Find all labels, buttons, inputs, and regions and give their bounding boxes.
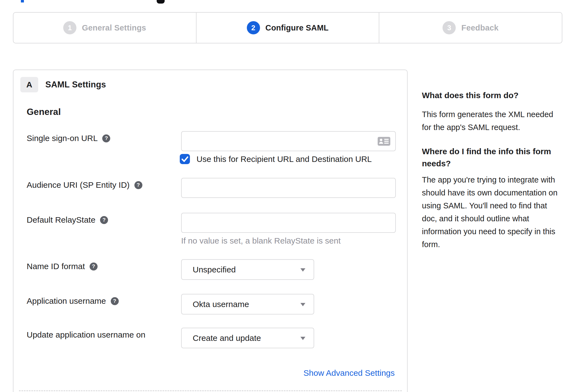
field-label-text: Default RelayState	[27, 215, 95, 225]
help-icon[interactable]: ?	[134, 181, 142, 189]
audience-uri-input[interactable]	[181, 178, 396, 198]
field-label: Audience URI (SP Entity ID) ?	[27, 180, 142, 190]
sidebar-heading-where: Where do I find the info this form needs…	[422, 145, 561, 170]
section-badge: A	[20, 77, 38, 92]
step-number-badge: 1	[63, 21, 76, 34]
step-configure-saml[interactable]: 2 Configure SAML	[196, 13, 379, 43]
field-label: Single sign-on URL ?	[27, 134, 110, 143]
chevron-down-icon	[300, 268, 305, 271]
sidebar-heading-what: What does this form do?	[422, 89, 561, 101]
general-section-heading: General	[27, 107, 61, 117]
checkbox-label: Use this for Recipient URL and Destinati…	[197, 154, 372, 164]
field-control: Create and update	[181, 328, 314, 348]
help-sidebar: What does this form do? This form genera…	[422, 89, 561, 251]
field-control: If no value is set, a blank RelayState i…	[181, 213, 396, 245]
name-id-format-select[interactable]: Unspecified	[181, 259, 314, 280]
relaystate-hint: If no value is set, a blank RelayState i…	[181, 236, 396, 245]
step-label: Configure SAML	[266, 23, 329, 32]
field-control	[181, 131, 396, 151]
single-sign-on-url-input[interactable]	[181, 131, 396, 151]
field-row-audience-uri: Audience URI (SP Entity ID) ?	[27, 178, 407, 198]
field-label-text: Single sign-on URL	[27, 134, 98, 143]
show-advanced-settings-link[interactable]: Show Advanced Settings	[303, 368, 395, 378]
application-username-select[interactable]: Okta username	[181, 294, 314, 314]
recipient-url-checkbox-row: Use this for Recipient URL and Destinati…	[180, 154, 372, 164]
field-row-single-sign-on-url: Single sign-on URL ?	[27, 131, 407, 151]
sidebar-paragraph-what: This form generates the XML needed for t…	[422, 108, 561, 134]
contact-card-icon[interactable]	[378, 137, 390, 146]
field-label: Default RelayState ?	[27, 215, 108, 225]
field-label: Application username ?	[27, 296, 119, 306]
field-row-default-relaystate: Default RelayState ? If no value is set,…	[27, 213, 407, 245]
field-label-text: Application username	[27, 296, 106, 306]
field-control: Okta username	[181, 294, 314, 314]
field-label-text: Update application username on	[27, 330, 145, 339]
chevron-down-icon	[300, 336, 305, 340]
update-application-username-select[interactable]: Create and update	[181, 328, 314, 348]
help-icon[interactable]: ?	[111, 297, 119, 305]
select-value: Okta username	[193, 300, 249, 309]
step-general-settings[interactable]: 1 General Settings	[13, 13, 196, 43]
wizard-stepper: 1 General Settings 2 Configure SAML 3 Fe…	[13, 12, 562, 43]
panel-title: SAML Settings	[45, 77, 106, 92]
step-label: Feedback	[461, 23, 498, 32]
step-number-badge: 3	[443, 21, 456, 34]
saml-settings-panel: A SAML Settings General Single sign-on U…	[13, 70, 408, 392]
help-icon[interactable]: ?	[100, 216, 108, 224]
field-label: Update application username on	[27, 330, 145, 339]
sidebar-paragraph-where: The app you're trying to integrate with …	[422, 173, 561, 251]
section-dashed-divider	[19, 390, 402, 391]
field-control: Unspecified	[181, 259, 314, 280]
field-label-text: Name ID format	[27, 262, 85, 271]
field-label-text: Audience URI (SP Entity ID)	[27, 180, 130, 190]
cropped-header-icon-fragment	[157, 0, 165, 4]
chevron-down-icon	[300, 303, 305, 306]
default-relaystate-input[interactable]	[181, 213, 396, 233]
field-label: Name ID format ?	[27, 262, 98, 271]
recipient-url-checkbox[interactable]	[180, 154, 190, 164]
step-feedback[interactable]: 3 Feedback	[379, 13, 562, 43]
field-control	[181, 178, 396, 198]
step-number-badge: 2	[247, 21, 260, 34]
help-icon[interactable]: ?	[90, 263, 98, 270]
select-value: Unspecified	[193, 265, 236, 274]
help-icon[interactable]: ?	[102, 134, 110, 142]
step-label: General Settings	[82, 23, 146, 32]
select-value: Create and update	[193, 333, 261, 343]
cropped-header-accent-fragment	[21, 0, 24, 2]
